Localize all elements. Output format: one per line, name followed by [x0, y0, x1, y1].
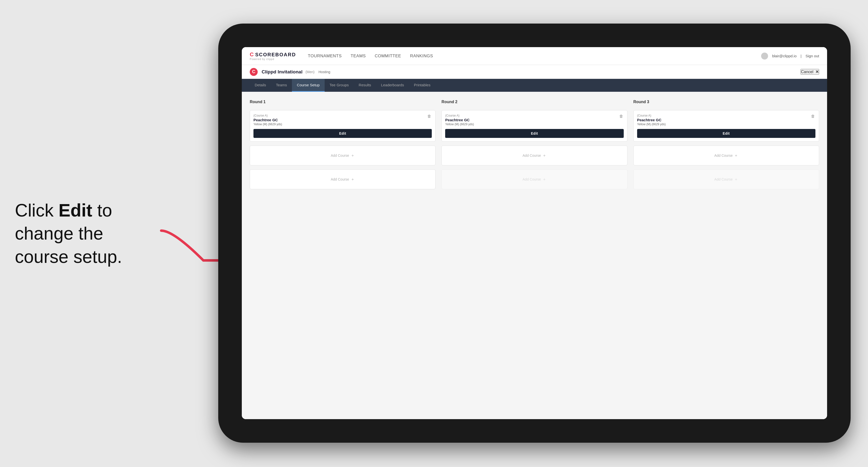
instruction-text: Click Edit tochange thecourse setup. [15, 199, 122, 268]
tab-bar: Details Teams Course Setup Tee Groups Re… [242, 79, 827, 92]
round-1-add-course-2[interactable]: Add Course ＋ [250, 169, 435, 189]
rounds-container: Round 1 (Course A) Peachtree GC Yellow (… [250, 100, 819, 189]
nav-right: blair@clippd.io | Sign out [761, 53, 819, 60]
tab-teams[interactable]: Teams [271, 79, 292, 92]
tablet-screen: CSCOREBOARD Powered by clippd TOURNAMENT… [242, 47, 827, 419]
cancel-x-icon: ✕ [814, 70, 819, 74]
round-1-column: Round 1 (Course A) Peachtree GC Yellow (… [250, 100, 435, 189]
round-3-add-course-text-1: Add Course ＋ [714, 153, 738, 158]
round-1-add-course-text-2: Add Course ＋ [331, 177, 354, 182]
top-nav: CSCOREBOARD Powered by clippd TOURNAMENT… [242, 47, 827, 65]
main-content: Round 1 (Course A) Peachtree GC Yellow (… [242, 92, 827, 419]
tournament-logo: C [250, 68, 258, 76]
tablet-frame: CSCOREBOARD Powered by clippd TOURNAMENT… [218, 24, 850, 443]
round-3-course-card: (Course A) Peachtree GC Yellow (M) (6629… [633, 110, 819, 142]
logo-area: CSCOREBOARD Powered by clippd [250, 51, 296, 61]
tab-results[interactable]: Results [354, 79, 376, 92]
user-email: blair@clippd.io [772, 54, 797, 58]
round-2-add-course-2: Add Course ＋ [441, 169, 627, 189]
logo-title: CSCOREBOARD [250, 51, 296, 58]
logo-letter: C [250, 51, 254, 58]
cancel-button[interactable]: Cancel ✕ [801, 69, 819, 75]
round-1-course-name: Peachtree GC [253, 118, 432, 122]
tab-tee-groups[interactable]: Tee Groups [324, 79, 354, 92]
round-1-plus-icon-2: ＋ [351, 177, 354, 182]
round-2-add-course-text-1: Add Course ＋ [523, 153, 546, 158]
round-2-plus-icon-1: ＋ [542, 153, 546, 158]
nav-tournaments[interactable]: TOURNAMENTS [308, 53, 341, 60]
round-2-course-name: Peachtree GC [445, 118, 623, 122]
round-3-column: Round 3 (Course A) Peachtree GC Yellow (… [633, 100, 819, 189]
user-avatar [761, 53, 768, 60]
round-1-delete-icon[interactable]: 🗑 [426, 113, 432, 119]
round-2-course-label: (Course A) [445, 114, 623, 117]
round-3-title: Round 3 [633, 100, 819, 104]
tab-course-setup[interactable]: Course Setup [292, 79, 324, 92]
round-3-course-details: Yellow (M) (6629 yds) [637, 123, 815, 126]
logo-subtitle: Powered by clippd [250, 58, 296, 61]
round-3-plus-icon-2: ＋ [734, 177, 738, 182]
tab-leaderboards[interactable]: Leaderboards [376, 79, 409, 92]
round-1-add-course-1[interactable]: Add Course ＋ [250, 146, 435, 165]
nav-committee[interactable]: COMMITTEE [375, 53, 401, 60]
tournament-gender-tag: (Men) [306, 70, 315, 74]
round-3-edit-button[interactable]: Edit [637, 129, 815, 138]
nav-rankings[interactable]: RANKINGS [410, 53, 433, 60]
round-2-column: Round 2 (Course A) Peachtree GC Yellow (… [441, 100, 627, 189]
round-1-course-card: (Course A) Peachtree GC Yellow (M) (6629… [250, 110, 435, 142]
round-1-title: Round 1 [250, 100, 435, 104]
round-3-course-label: (Course A) [637, 114, 815, 117]
round-3-add-course-text-2: Add Course ＋ [714, 177, 738, 182]
instruction-bold: Edit [59, 200, 92, 220]
separator: | [801, 54, 802, 58]
round-1-add-course-text-1: Add Course ＋ [331, 153, 354, 158]
hosting-badge: Hosting [318, 70, 330, 74]
tab-details[interactable]: Details [250, 79, 271, 92]
sign-out-link[interactable]: Sign out [806, 54, 819, 58]
round-3-plus-icon-1: ＋ [734, 153, 738, 158]
round-2-edit-button[interactable]: Edit [445, 129, 623, 138]
round-1-course-details: Yellow (M) (6629 yds) [253, 123, 432, 126]
round-3-add-course-1[interactable]: Add Course ＋ [633, 146, 819, 165]
tournament-header: C Clippd Invitational (Men) Hosting Canc… [242, 65, 827, 79]
round-2-add-course-1[interactable]: Add Course ＋ [441, 146, 627, 165]
tournament-name: Clippd Invitational [261, 69, 303, 75]
nav-links: TOURNAMENTS TEAMS COMMITTEE RANKINGS [308, 53, 761, 60]
round-2-plus-icon-2: ＋ [542, 177, 546, 182]
round-1-edit-button[interactable]: Edit [253, 129, 432, 138]
round-2-course-card: (Course A) Peachtree GC Yellow (M) (6629… [441, 110, 627, 142]
round-2-add-course-text-2: Add Course ＋ [523, 177, 546, 182]
round-3-add-course-2: Add Course ＋ [633, 169, 819, 189]
round-2-title: Round 2 [441, 100, 627, 104]
round-3-course-name: Peachtree GC [637, 118, 815, 122]
round-3-delete-icon[interactable]: 🗑 [810, 113, 816, 119]
round-1-plus-icon-1: ＋ [351, 153, 354, 158]
nav-teams[interactable]: TEAMS [351, 53, 366, 60]
tab-printables[interactable]: Printables [409, 79, 435, 92]
round-2-delete-icon[interactable]: 🗑 [618, 113, 624, 119]
round-2-course-details: Yellow (M) (6629 yds) [445, 123, 623, 126]
round-1-course-label: (Course A) [253, 114, 432, 117]
